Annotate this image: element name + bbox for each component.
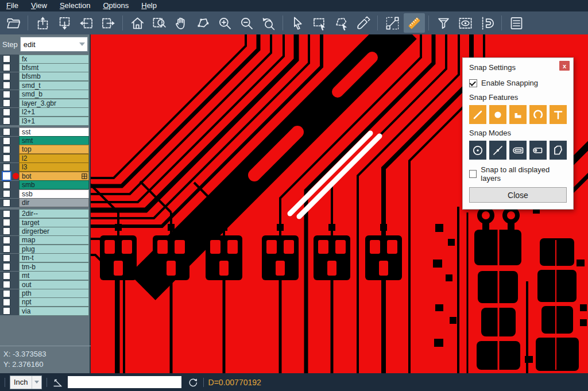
layer-checkbox[interactable] xyxy=(3,55,10,63)
unit-select[interactable]: Inch xyxy=(10,375,42,389)
snap-mode-center-button[interactable] xyxy=(469,141,486,160)
report-button[interactable] xyxy=(506,13,527,33)
layer-chip[interactable]: pth xyxy=(19,289,89,298)
layer-checkbox[interactable] xyxy=(3,237,10,244)
snap-mode-midpoint-button[interactable] xyxy=(489,141,506,160)
layer-chip[interactable]: dirgerber xyxy=(19,227,89,236)
pan-left-button[interactable] xyxy=(76,13,97,33)
enable-snapping-checkbox[interactable] xyxy=(469,79,477,87)
snap-mode-contour-closed-button[interactable] xyxy=(509,141,527,160)
zoom-window-button[interactable] xyxy=(149,13,170,33)
layer-checkbox[interactable] xyxy=(3,91,10,98)
select-arrow-button[interactable] xyxy=(287,13,308,33)
measure-line-button[interactable] xyxy=(382,13,403,33)
layer-checkbox[interactable] xyxy=(3,172,10,180)
layer-chip[interactable]: map xyxy=(19,235,89,245)
snap-feat-line-button[interactable] xyxy=(469,105,486,124)
layer-chip[interactable]: tm-t xyxy=(19,253,89,262)
snap-feat-arc-button[interactable] xyxy=(529,105,547,124)
layer-checkbox[interactable] xyxy=(3,307,10,315)
layer-checkbox[interactable] xyxy=(3,117,10,125)
layer-checkbox[interactable] xyxy=(3,263,10,270)
snap-mode-vertex-button[interactable] xyxy=(550,141,567,160)
layer-chip[interactable]: dir xyxy=(19,198,89,207)
layer-checkbox[interactable] xyxy=(3,99,10,107)
layer-checkbox[interactable] xyxy=(3,109,10,116)
layer-chip[interactable]: mt xyxy=(19,271,89,280)
layer-chip[interactable]: plug xyxy=(19,245,89,254)
layer-checkbox[interactable] xyxy=(3,219,10,226)
layer-chip[interactable]: ssb xyxy=(19,189,89,199)
pan-up-button[interactable] xyxy=(32,13,53,33)
select-rect-button[interactable] xyxy=(309,13,330,33)
pan-down-button[interactable] xyxy=(54,13,75,33)
snap-feat-surface-button[interactable] xyxy=(509,105,527,124)
select-polygon-button[interactable] xyxy=(331,13,352,33)
close-button[interactable]: Close xyxy=(469,187,567,203)
layer-chip[interactable]: bfsmb xyxy=(19,72,89,81)
zoom-out-button[interactable] xyxy=(236,13,257,33)
layer-chip[interactable]: npt xyxy=(19,297,89,307)
layer-chip[interactable]: bot xyxy=(19,172,89,181)
home-button[interactable] xyxy=(127,13,148,33)
menu-selection[interactable]: Selection xyxy=(53,0,96,11)
layer-chip[interactable]: smt xyxy=(19,136,89,145)
step-select[interactable]: edit xyxy=(20,37,88,52)
layer-chip[interactable]: target xyxy=(19,218,89,227)
layer-checkbox[interactable] xyxy=(3,190,10,198)
snap-feat-pad-button[interactable] xyxy=(489,105,506,124)
layer-chip[interactable]: 2dir-- xyxy=(19,209,89,218)
angle-measure-icon[interactable] xyxy=(52,377,63,388)
layer-chip[interactable]: l3+1 xyxy=(19,117,89,126)
zoom-polygon-button[interactable] xyxy=(192,13,214,33)
layer-checkbox[interactable] xyxy=(3,290,10,297)
layer-checkbox[interactable] xyxy=(3,181,10,189)
layer-chip[interactable]: fx xyxy=(19,55,89,64)
pan-right-button[interactable] xyxy=(98,13,119,33)
command-input[interactable] xyxy=(68,376,181,388)
layer-chip[interactable]: smd_t xyxy=(19,81,89,90)
layer-chip[interactable]: layer_3.gbr xyxy=(19,99,89,108)
layer-checkbox[interactable] xyxy=(3,64,10,71)
open-folder-button[interactable] xyxy=(3,13,24,33)
brush-button[interactable] xyxy=(353,13,374,33)
layer-chip[interactable]: l2+1 xyxy=(19,107,89,117)
snap-mode-contour-open-button[interactable] xyxy=(529,141,547,160)
menu-help[interactable]: Help xyxy=(135,0,163,11)
layer-checkbox[interactable] xyxy=(3,299,10,306)
layer-chip[interactable]: l3 xyxy=(19,162,89,172)
filter-button[interactable] xyxy=(433,13,454,33)
view-box-button[interactable] xyxy=(455,13,476,33)
layer-chip[interactable]: top xyxy=(19,145,89,154)
menu-view[interactable]: View xyxy=(25,0,53,11)
layer-checkbox[interactable] xyxy=(3,154,10,162)
layer-chip[interactable]: smb xyxy=(19,180,89,189)
layer-chip[interactable]: out xyxy=(19,280,89,289)
layer-checkbox[interactable] xyxy=(3,245,10,253)
zoom-previous-button[interactable] xyxy=(258,13,279,33)
layer-checkbox[interactable] xyxy=(3,137,10,145)
layer-checkbox[interactable] xyxy=(3,146,10,153)
all-layers-checkbox[interactable] xyxy=(469,170,477,178)
refresh-icon[interactable] xyxy=(187,377,199,388)
layer-checkbox[interactable] xyxy=(3,281,10,288)
layer-checkbox[interactable] xyxy=(3,227,10,235)
ruler-button[interactable] xyxy=(404,13,425,33)
layer-checkbox[interactable] xyxy=(3,210,10,218)
layer-chip[interactable]: l2 xyxy=(19,154,89,163)
layer-checkbox[interactable] xyxy=(3,254,10,262)
layer-checkbox[interactable] xyxy=(3,199,10,207)
zoom-in-button[interactable] xyxy=(214,13,235,33)
close-icon[interactable]: x xyxy=(559,61,570,71)
menu-options[interactable]: Options xyxy=(96,0,135,11)
layer-chip[interactable]: tm-b xyxy=(19,262,89,272)
layer-chip[interactable]: smd_b xyxy=(19,90,89,99)
snap-feat-text-button[interactable] xyxy=(550,105,567,124)
layer-checkbox[interactable] xyxy=(3,164,10,171)
pan-hand-button[interactable] xyxy=(171,13,192,33)
menu-file[interactable]: File xyxy=(0,0,25,11)
layer-checkbox[interactable] xyxy=(3,272,10,280)
layer-chip[interactable]: via xyxy=(19,307,89,316)
layer-checkbox[interactable] xyxy=(3,73,10,80)
layer-checkbox[interactable] xyxy=(3,82,10,89)
